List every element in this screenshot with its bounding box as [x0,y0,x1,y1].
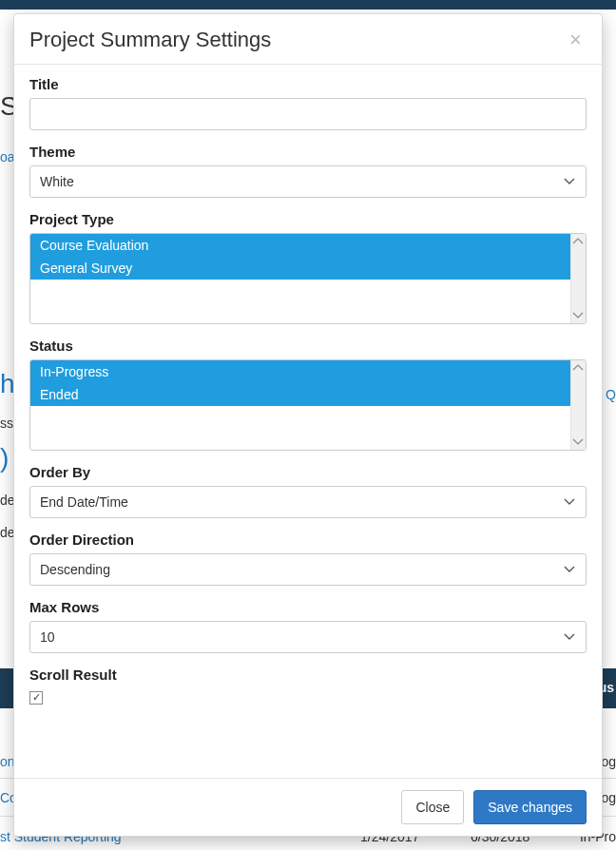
label-theme: Theme [29,144,587,160]
save-changes-button[interactable]: Save changes [473,790,587,824]
select-order-direction[interactable]: Descending [29,553,587,586]
app-topbar [0,0,616,10]
listbox-item-ended[interactable]: Ended [30,383,570,406]
select-max-rows[interactable]: 10 [29,621,587,653]
scrollbar-track[interactable] [570,234,586,323]
field-theme: Theme White [29,144,587,198]
close-button[interactable]: Close [401,790,464,824]
bg-link-q: Q [606,387,616,402]
modal-body: Title Theme White Project Type Course Ev… [14,65,602,778]
select-theme-value: White [29,165,587,198]
modal-footer: Close Save changes [14,778,602,836]
field-title: Title [29,76,587,130]
label-max-rows: Max Rows [29,599,587,615]
field-order-direction: Order Direction Descending [29,531,587,586]
modal-title: Project Summary Settings [29,28,564,52]
label-order-direction: Order Direction [29,531,587,548]
label-order-by: Order By [29,464,587,480]
input-title[interactable] [29,98,587,130]
bg-paren: ) [0,443,9,473]
select-order-by-value: End Date/Time [29,486,587,518]
field-order-by: Order By End Date/Time [29,464,587,518]
field-scroll-result: Scroll Result ✓ [29,666,587,705]
label-title: Title [29,76,587,92]
listbox-project-type[interactable]: Course Evaluation General Survey [29,233,587,324]
listbox-item-course-evaluation[interactable]: Course Evaluation [30,234,570,257]
label-scroll-result: Scroll Result [29,666,587,683]
label-status: Status [29,338,587,354]
scrollbar-track[interactable] [570,360,586,450]
label-project-type: Project Type [29,211,587,227]
select-order-direction-value: Descending [29,553,587,586]
listbox-item-in-progress[interactable]: In-Progress [30,360,570,383]
select-theme[interactable]: White [29,165,587,198]
listbox-project-type-scroll[interactable]: Course Evaluation General Survey [30,234,570,323]
listbox-status[interactable]: In-Progress Ended [29,359,587,451]
checkbox-scroll-result[interactable]: ✓ [29,691,43,705]
select-max-rows-value: 10 [29,621,587,653]
field-status: Status In-Progress Ended [29,338,587,451]
close-icon[interactable]: × [564,29,587,51]
listbox-item-general-survey[interactable]: General Survey [30,257,570,280]
project-summary-settings-modal: Project Summary Settings × Title Theme W… [13,13,603,837]
listbox-status-scroll[interactable]: In-Progress Ended [30,360,570,450]
bg-ss: ss [0,415,13,431]
select-order-by[interactable]: End Date/Time [29,486,587,518]
field-project-type: Project Type Course Evaluation General S… [29,211,587,324]
modal-header: Project Summary Settings × [14,14,602,65]
field-max-rows: Max Rows 10 [29,599,587,653]
